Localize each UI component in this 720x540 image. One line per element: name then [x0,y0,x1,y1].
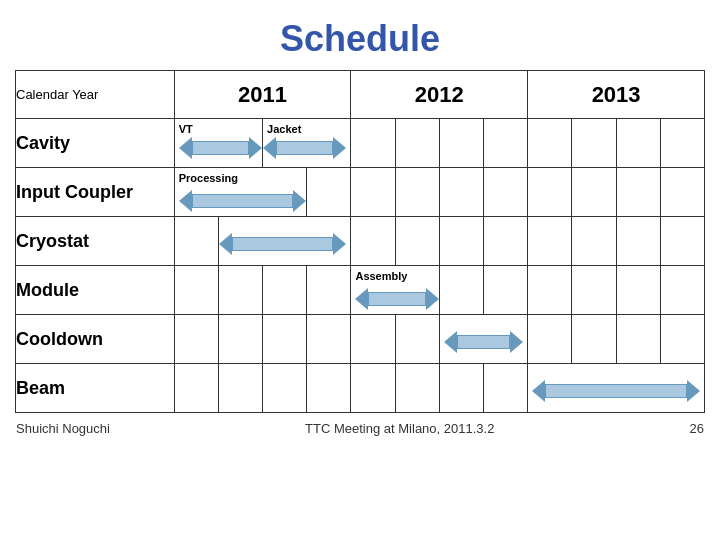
empty-cell [174,217,218,266]
empty-cell [572,119,616,168]
empty-cell [616,315,660,364]
empty-cell [660,119,704,168]
beam-label: Beam [16,364,175,413]
empty-cell [484,168,528,217]
empty-cell [263,315,307,364]
table-row: Cavity VT Jacket [16,119,705,168]
empty-cell [660,315,704,364]
empty-cell [218,364,262,413]
empty-cell [616,217,660,266]
footer: Shuichi Noguchi TTC Meeting at Milano, 2… [0,413,720,436]
empty-cell [660,217,704,266]
empty-cell [484,217,528,266]
calendar-year-label: Calendar Year [16,71,175,119]
empty-cell [572,217,616,266]
empty-cell [484,119,528,168]
empty-cell [395,119,439,168]
year-2013: 2013 [528,71,705,119]
cavity-vt-cell: VT [174,119,262,168]
empty-cell [174,315,218,364]
empty-cell [572,168,616,217]
table-row: Input Coupler Processing [16,168,705,217]
table-row: Cooldown [16,315,705,364]
empty-cell [484,266,528,315]
empty-cell [351,315,395,364]
empty-cell [572,266,616,315]
empty-cell [528,168,572,217]
cryostat-arrow-cell [218,217,351,266]
cooldown-label: Cooldown [16,315,175,364]
empty-cell [616,168,660,217]
empty-cell [439,217,483,266]
cavity-label: Cavity [16,119,175,168]
cooldown-arrow-cell [439,315,527,364]
cavity-jacket-cell: Jacket [263,119,351,168]
jacket-label: Jacket [267,123,301,135]
empty-cell [660,168,704,217]
empty-cell [484,364,528,413]
empty-cell [218,266,262,315]
cryostat-label: Cryostat [16,217,175,266]
year-2011: 2011 [174,71,351,119]
empty-cell [660,266,704,315]
footer-event: TTC Meeting at Milano, 2011.3.2 [305,421,494,436]
beam-arrow-cell [528,364,705,413]
empty-cell [616,266,660,315]
empty-cell [307,266,351,315]
empty-cell [528,119,572,168]
processing-label: Processing [179,172,238,184]
vt-label: VT [179,123,193,135]
empty-cell [218,315,262,364]
empty-cell [528,217,572,266]
empty-cell [263,266,307,315]
processing-cell: Processing [174,168,307,217]
empty-cell [307,364,351,413]
empty-cell [439,364,483,413]
empty-cell [174,364,218,413]
empty-cell [307,315,351,364]
page-title: Schedule [0,0,720,70]
table-row: Cryostat [16,217,705,266]
empty-cell [395,217,439,266]
empty-cell [307,168,351,217]
assembly-label: Assembly [355,270,407,282]
footer-page: 26 [690,421,704,436]
schedule-table: Calendar Year 2011 2012 2013 Cavity VT [15,70,705,413]
empty-cell [572,315,616,364]
empty-cell [395,315,439,364]
assembly-cell: Assembly [351,266,439,315]
empty-cell [351,168,395,217]
empty-cell [351,364,395,413]
input-coupler-label: Input Coupler [16,168,175,217]
empty-cell [174,266,218,315]
footer-author: Shuichi Noguchi [16,421,110,436]
empty-cell [528,266,572,315]
empty-cell [439,168,483,217]
empty-cell [395,364,439,413]
empty-cell [263,364,307,413]
table-row: Beam [16,364,705,413]
empty-cell [439,266,483,315]
empty-cell [439,119,483,168]
empty-cell [395,168,439,217]
module-label: Module [16,266,175,315]
empty-cell [616,119,660,168]
empty-cell [351,119,395,168]
year-2012: 2012 [351,71,528,119]
table-row: Module Assembly [16,266,705,315]
empty-cell [351,217,395,266]
empty-cell [528,315,572,364]
